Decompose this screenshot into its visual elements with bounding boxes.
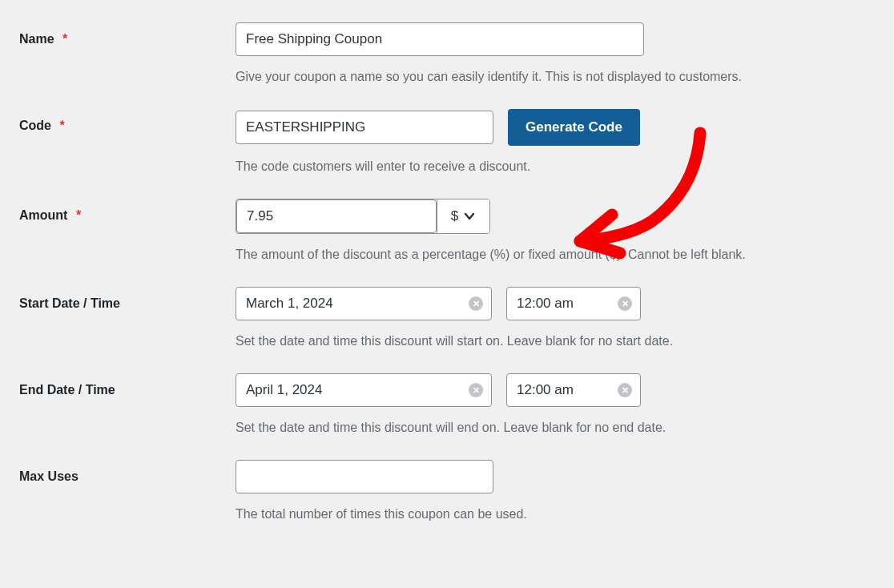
- end-date-label: End Date / Time: [19, 383, 115, 397]
- name-label-text: Name: [19, 32, 54, 46]
- amount-input-group: $: [236, 199, 490, 234]
- generate-code-button[interactable]: Generate Code: [508, 109, 640, 146]
- start-date-input[interactable]: [236, 287, 492, 320]
- clear-end-date-icon[interactable]: ✕: [469, 383, 483, 397]
- required-mark: *: [62, 32, 67, 46]
- code-row: Code * Generate Code The code customers …: [19, 103, 875, 192]
- amount-row: Amount * $ The amount of the discount as…: [19, 192, 875, 280]
- code-help: The code customers will enter to receive…: [236, 157, 875, 176]
- start-date-help: Set the date and time this discount will…: [236, 332, 875, 351]
- start-date-label: Start Date / Time: [19, 296, 120, 310]
- clear-start-time-icon[interactable]: ✕: [618, 296, 632, 311]
- amount-unit-select[interactable]: $: [437, 199, 489, 233]
- code-input[interactable]: [236, 111, 493, 144]
- code-label: Code *: [19, 119, 65, 132]
- amount-unit-symbol: $: [451, 208, 458, 224]
- clear-start-date-icon[interactable]: ✕: [469, 296, 483, 311]
- max-uses-input[interactable]: [236, 460, 493, 493]
- required-mark: *: [76, 208, 81, 222]
- clear-end-time-icon[interactable]: ✕: [618, 383, 632, 397]
- required-mark: *: [59, 119, 64, 132]
- amount-help: The amount of the discount as a percenta…: [236, 245, 875, 264]
- name-help: Give your coupon a name so you can easil…: [236, 67, 875, 87]
- start-date-row: Start Date / Time ✕ ✕ Set the date and t…: [19, 280, 875, 367]
- name-row: Name * Give your coupon a name so you ca…: [19, 16, 875, 103]
- end-date-input[interactable]: [236, 373, 492, 407]
- max-uses-row: Max Uses The total number of times this …: [19, 453, 875, 540]
- chevron-down-icon: [463, 210, 476, 223]
- name-input[interactable]: [236, 22, 644, 56]
- max-uses-help: The total number of times this coupon ca…: [236, 505, 875, 524]
- end-date-row: End Date / Time ✕ ✕ Set the date and tim…: [19, 367, 875, 453]
- end-date-help: Set the date and time this discount will…: [236, 418, 875, 437]
- amount-label-text: Amount: [19, 208, 67, 222]
- amount-label: Amount *: [19, 208, 81, 222]
- max-uses-label: Max Uses: [19, 469, 79, 483]
- code-label-text: Code: [19, 119, 51, 132]
- name-label: Name *: [19, 32, 67, 46]
- amount-input[interactable]: [236, 199, 437, 233]
